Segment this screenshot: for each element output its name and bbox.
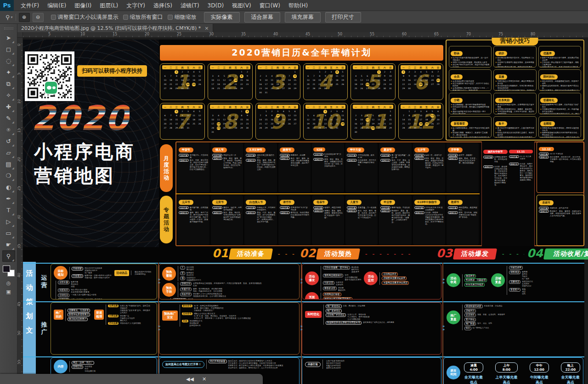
color-swatches[interactable]	[3, 265, 15, 277]
document-tab[interactable]: 2020小程序电商营销地图.jpg @ 12.5% (扫码可以获得小程序扶持, …	[17, 24, 213, 32]
menu-item-3[interactable]: 图层(L)	[96, 0, 122, 11]
day-number: 14	[312, 79, 316, 82]
day-number: 12	[341, 74, 345, 78]
calendar-day: 9	[382, 74, 388, 78]
menu-item-9[interactable]: 窗口(W)	[255, 0, 284, 11]
calendar-day: 16	[412, 118, 418, 122]
day-number: 2	[407, 70, 411, 74]
document-canvas[interactable]: 扫码可以获得小程序扶持 2020 小程序电商 营销地图 2020营销日历&全年营…	[23, 38, 588, 384]
day-number: 23	[354, 126, 358, 130]
branch-label: 社群运营	[323, 281, 334, 285]
topic-card-8: 教师节活动主题感念恩师情，最想感谢的人适用行业鲜花、贺卡礼包、定制话题可以发起“…	[447, 195, 479, 245]
palette-grip[interactable]	[4, 28, 13, 29]
option-checkbox-2[interactable]: 细微缩放	[168, 13, 197, 21]
zoom-in-mode-button[interactable]: ⊕	[19, 13, 30, 22]
eyedropper-tool[interactable]: ✧◢	[2, 90, 15, 101]
calendar-day: 24	[210, 86, 216, 90]
menu-item-6[interactable]: 滤镜(T)	[176, 0, 204, 11]
calendar-day: 13	[227, 78, 233, 82]
healing-brush-tool[interactable]: ✚◢	[2, 101, 15, 113]
zoom-tool[interactable]: ⚲◢	[2, 250, 15, 262]
lasso-tool[interactable]: ◌◢	[2, 55, 15, 67]
tip-text: 以大曝光性吸引高流量/粉丝裂变，设一款引流秒杀品	[452, 56, 490, 61]
pen-tool[interactable]: ✒◢	[2, 193, 15, 204]
screen-mode-icon[interactable]: ▣	[6, 289, 11, 295]
path-select-tool[interactable]: ▷◢	[2, 216, 15, 227]
marquee-tool[interactable]: ◻◢	[2, 44, 15, 55]
flow-node: 内容打造	[305, 362, 321, 367]
calendar-day: 4	[191, 70, 197, 74]
calendar-day: 26	[221, 86, 227, 90]
flow-branch: 激活站内沉默用户	[68, 317, 91, 321]
calendar-day: 1	[401, 70, 407, 74]
label-char: 动	[164, 175, 169, 181]
industry-tag: 适用行业	[212, 157, 222, 160]
industry-text: 全品类适用，借年中大促蓄力促销的大型活动。	[358, 159, 376, 166]
flow-branch: 主题商品流量及转化情况	[382, 281, 410, 285]
day-number: 30	[329, 126, 333, 130]
day-number: 5	[360, 74, 363, 78]
calendar-day: 8	[376, 74, 382, 78]
quick-selection-tool[interactable]: ✦◢	[2, 67, 15, 78]
industry-tag: 适用行业	[539, 156, 549, 158]
flow-node: 如何提高公众号图文打开率！	[162, 361, 204, 368]
option-button-2[interactable]: 填充屏幕	[285, 12, 321, 23]
menu-item-8[interactable]: 视图(V)	[228, 0, 255, 11]
brush-tool[interactable]: ✎◢	[2, 113, 15, 124]
foreground-color-swatch[interactable]	[3, 265, 10, 272]
option-button-1[interactable]: 适合屏幕	[244, 12, 280, 23]
option-button-0[interactable]: 实际像素	[204, 12, 240, 23]
calendar-days: 1234567891011121314151617181920212223242…	[162, 109, 203, 130]
theme-line: 活动主题迎年敬大礼，年货提前购	[179, 154, 208, 158]
calendar-day: 6	[430, 70, 435, 74]
crop-tool[interactable]: ⧉◢	[2, 78, 15, 90]
day-number: 29	[175, 87, 178, 90]
weekday-label: 四	[180, 66, 186, 69]
rewind-icon[interactable]: ◀◀	[186, 376, 194, 382]
close-icon[interactable]: ✕	[202, 376, 206, 382]
calendar-day: 14	[258, 118, 264, 122]
option-checkbox-0[interactable]: 调整窗口大小以满屏显示	[51, 13, 119, 21]
industry-line: 适用行业服饰、家居、电子产品等，跨年活动用户可做跨年主题气氛，为全年运营开一个好…	[179, 211, 208, 223]
industry-line: 适用行业食品、生鲜、家居百货等，结合年货用户消费需求，推出年度活动：团年饭/年货…	[179, 159, 208, 170]
blur-tool[interactable]: ❍◢	[2, 170, 15, 181]
theme-line: 活动主题新年新气象，全民迎新购	[179, 206, 208, 211]
history-brush-tool[interactable]: ↺◢	[2, 136, 15, 147]
hand-tool[interactable]: ☛◢	[2, 239, 15, 250]
calendar-day: 16	[258, 82, 264, 86]
menu-item-5[interactable]: 选择(S)	[149, 0, 176, 11]
menu-item-7[interactable]: 3D(D)	[204, 0, 228, 11]
checkbox-icon[interactable]	[168, 15, 173, 20]
day-number: 22	[175, 122, 178, 126]
gradient-tool[interactable]: ▤◢	[2, 158, 15, 170]
flow-branch: 优惠券数据领券数用券数转化率	[173, 298, 197, 299]
checkbox-icon[interactable]	[51, 15, 56, 20]
calendar-day: 9	[353, 118, 359, 122]
eraser-tool[interactable]: ▱◢	[2, 147, 15, 158]
dodge-tool[interactable]: ◐◢	[2, 181, 15, 193]
flow-branch: 店铺关注	[464, 309, 505, 313]
option-button-3[interactable]: 打印尺寸	[325, 12, 361, 23]
tab-close-icon[interactable]: ×	[204, 25, 209, 31]
menu-item-2[interactable]: 图像(I)	[70, 0, 96, 11]
menu-item-1[interactable]: 编辑(E)	[43, 0, 70, 11]
weekday-label: 三	[221, 66, 227, 69]
clone-stamp-tool[interactable]: ⍟◢	[2, 124, 15, 136]
menu-item-10[interactable]: 帮助(H)	[284, 0, 312, 11]
zoom-tool-preset[interactable]: ⚲ ▾	[3, 14, 16, 21]
menu-item-4[interactable]: 文字(Y)	[122, 0, 149, 11]
calendar-day: 8	[292, 74, 298, 78]
zoom-out-mode-button[interactable]: ⊖	[33, 13, 44, 22]
checkbox-icon[interactable]	[123, 15, 128, 20]
type-tool[interactable]: T◢	[2, 204, 15, 216]
quick-mask-icon[interactable]: ◎	[6, 280, 11, 286]
branch-item: 公司员工	[120, 311, 150, 314]
day-number: 10	[211, 79, 215, 82]
menu-item-0[interactable]: 文件(F)	[17, 0, 43, 11]
flow-group: 运营主题预售节奏亮点玩法排期传统项目选品·库存·设计·陈列各类页面搭建注意事项活…	[54, 281, 102, 299]
shape-tool[interactable]: ▭◢	[2, 227, 15, 239]
option-checkbox-1[interactable]: 缩放所有窗口	[123, 13, 163, 21]
day-number: 15	[293, 79, 297, 82]
move-tool[interactable]: ➤◢	[2, 32, 15, 44]
theme-line: 活动主题夏一场“清凉盛惠”，清凉一夏	[380, 154, 410, 158]
